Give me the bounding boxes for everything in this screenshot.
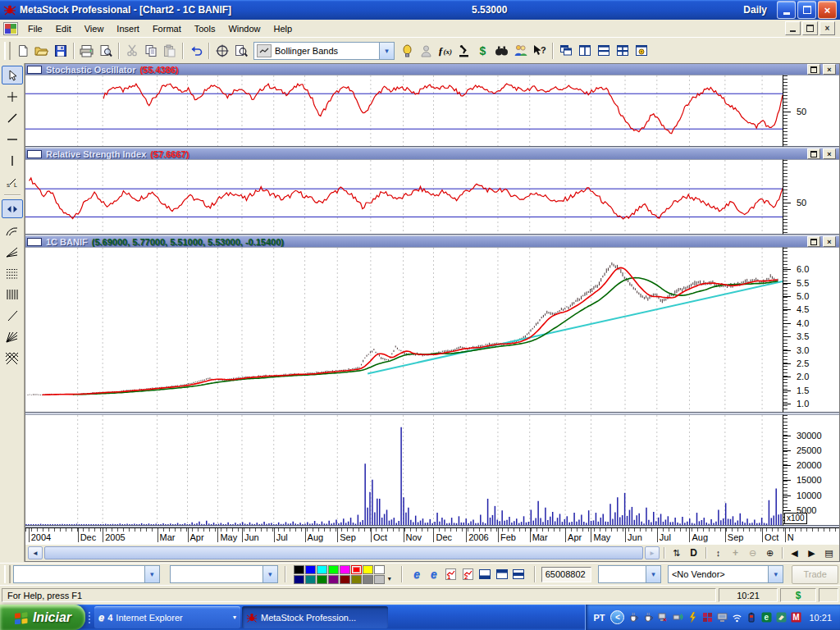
color-swatch[interactable] — [305, 575, 316, 584]
scrollbar-thumb[interactable] — [44, 546, 643, 559]
zoom-document-icon[interactable] — [231, 42, 250, 60]
chart-menu-button[interactable]: ▤ — [821, 546, 837, 559]
fibonacci-fan-tool[interactable] — [2, 242, 23, 261]
stop-loss-tool[interactable]: SL — [2, 172, 23, 191]
stochastic-title-bar[interactable]: Stochastic Oscillator (55.4386) × — [25, 64, 839, 75]
task-internet-explorer[interactable]: e 4 Internet Explorer ▾ — [94, 606, 240, 628]
paste-icon[interactable] — [160, 42, 179, 60]
tile-grid-icon[interactable] — [613, 42, 632, 60]
menu-item-format[interactable]: Format — [146, 22, 188, 35]
combo-dropdown-arrow[interactable]: ▾ — [379, 43, 394, 59]
volume-plot[interactable] — [25, 414, 783, 526]
line-tool[interactable] — [2, 306, 23, 325]
mcafee-icon[interactable]: M — [790, 612, 801, 623]
color-swatch[interactable] — [374, 565, 385, 574]
fibonacci-arcs-tool[interactable] — [2, 221, 23, 240]
dollar-quotes-icon[interactable]: $ — [473, 42, 492, 60]
menu-item-tools[interactable]: Tools — [188, 22, 222, 35]
chart-page-2-icon[interactable]: 2 — [459, 566, 477, 582]
toolbar-grip[interactable] — [4, 565, 11, 583]
rsi-title-bar[interactable]: Relative Strength Index (57.6667) × — [25, 148, 839, 159]
red-grid-icon[interactable] — [701, 612, 713, 623]
crosshair-tool[interactable] — [2, 87, 23, 106]
web-browser-icon[interactable]: e — [409, 566, 426, 582]
support-hand-icon[interactable] — [775, 612, 787, 623]
price-title-bar[interactable]: 1C BANIF (5.69000, 5.77000, 5.51000, 5.5… — [25, 236, 839, 247]
cascade-windows-icon[interactable] — [556, 42, 575, 60]
close-button[interactable]: × — [818, 1, 837, 19]
menu-item-insert[interactable]: Insert — [110, 22, 146, 35]
print-icon[interactable] — [77, 42, 96, 60]
trendline-tool[interactable] — [2, 108, 23, 127]
fit-vertical-button[interactable]: ↕ — [710, 546, 726, 559]
print-preview-icon[interactable] — [96, 42, 115, 60]
system-tester-icon[interactable] — [454, 42, 473, 60]
line-weight-combo[interactable]: ▾ — [170, 565, 278, 583]
palette-dropdown-arrow[interactable]: ▾ — [388, 575, 391, 585]
battery-icon[interactable] — [746, 612, 757, 623]
color-swatch[interactable] — [340, 575, 350, 584]
web-research-icon[interactable]: e — [425, 566, 442, 582]
wifi-signal-icon[interactable] — [731, 612, 742, 623]
open-chart-icon[interactable] — [32, 42, 51, 60]
fibonacci-timezones-tool[interactable] — [2, 285, 23, 304]
layout-band-middle-icon[interactable] — [510, 566, 527, 582]
copy-icon[interactable] — [141, 42, 160, 60]
tile-horizontal-icon[interactable] — [594, 42, 613, 60]
task-group-arrow[interactable]: ▾ — [233, 614, 236, 621]
combo-dropdown-arrow[interactable]: ▾ — [768, 566, 783, 582]
tip-lamp-icon[interactable] — [398, 42, 417, 60]
menu-item-file[interactable]: File — [21, 22, 49, 35]
pointer-tool[interactable] — [2, 66, 23, 84]
crosshair-pointer-icon[interactable] — [212, 42, 231, 60]
minimize-button[interactable] — [777, 1, 796, 19]
zoom-in-button[interactable]: ⊕ — [762, 546, 778, 559]
menu-item-help[interactable]: Help — [267, 22, 299, 35]
indicator-quicklist-combo[interactable]: Bollinger Bands ▾ — [253, 42, 395, 60]
layout-band-top-icon[interactable] — [493, 566, 510, 582]
expert-advisor-icon[interactable] — [417, 42, 436, 60]
mdi-close-button[interactable]: × — [819, 21, 835, 35]
page-right-button[interactable]: ▶ — [804, 546, 819, 559]
language-indicator[interactable]: PT — [591, 612, 607, 623]
e-secure-icon[interactable]: e — [760, 612, 772, 623]
menu-item-window[interactable]: Window — [221, 22, 267, 35]
toolbar-grip[interactable] — [4, 42, 11, 60]
color-swatch[interactable] — [363, 565, 373, 574]
layout-band-bottom-icon[interactable] — [477, 566, 494, 582]
restore-button[interactable] — [797, 1, 816, 19]
menu-item-edit[interactable]: Edit — [49, 22, 78, 35]
panel-close-button[interactable]: × — [823, 64, 836, 75]
panel-close-button[interactable]: × — [823, 148, 836, 159]
layout-gear-icon[interactable] — [632, 42, 651, 60]
chart-page-1-icon[interactable]: 1 — [442, 566, 459, 582]
java-icon[interactable] — [628, 612, 639, 623]
page-left-button[interactable]: ◀ — [787, 546, 802, 559]
color-swatch[interactable] — [328, 565, 339, 574]
undo-icon[interactable] — [186, 42, 205, 60]
color-swatch[interactable] — [317, 565, 327, 574]
panel-maximize-button[interactable] — [807, 236, 820, 247]
panel-checkbox[interactable] — [27, 150, 42, 158]
tile-vertical-icon[interactable] — [575, 42, 594, 60]
context-help-icon[interactable]: ? — [530, 42, 549, 60]
move-chart-button[interactable]: + — [728, 546, 743, 559]
refresh-data-button[interactable]: ⇅ — [669, 546, 684, 559]
monitor-icon[interactable] — [716, 612, 728, 623]
color-swatch[interactable] — [294, 575, 304, 584]
mdi-minimize-button[interactable] — [785, 21, 801, 35]
color-swatch[interactable] — [305, 565, 316, 574]
color-swatch[interactable] — [351, 565, 362, 574]
offers-people-icon[interactable] — [511, 42, 530, 60]
color-swatch[interactable] — [363, 575, 373, 584]
combo-dropdown-arrow[interactable]: ▾ — [646, 566, 660, 582]
scroll-right-button[interactable]: ► — [645, 546, 660, 559]
gann-fan-tool[interactable] — [2, 327, 23, 346]
java-icon-2[interactable] — [642, 612, 654, 623]
scroll-left-button[interactable]: ◄ — [28, 546, 43, 559]
color-swatch[interactable] — [317, 575, 327, 584]
zoom-out-button[interactable]: ⊖ — [745, 546, 760, 559]
panel-close-button[interactable]: × — [823, 236, 836, 247]
account-combo[interactable]: ▾ — [598, 565, 661, 583]
save-icon[interactable] — [51, 42, 70, 60]
